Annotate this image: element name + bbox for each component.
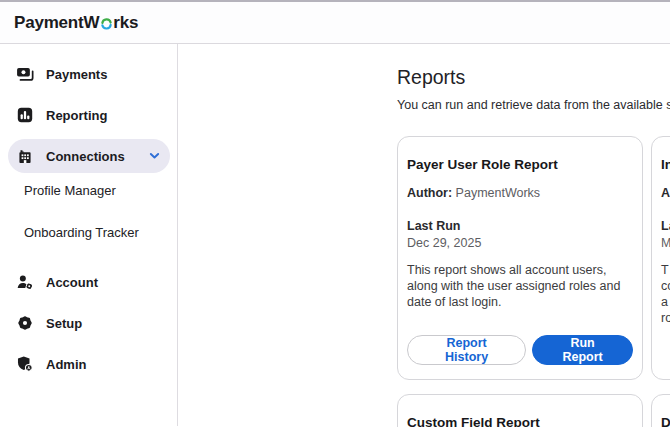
sidebar-item-admin[interactable]: Admin [8,347,170,381]
sidebar-item-connections[interactable]: Connections [8,139,170,173]
report-author-row: A [661,186,670,200]
logo-text-prefix: PaymentW [14,13,99,33]
report-description: This report shows all account users, alo… [407,262,633,310]
sidebar-subitem-label: Profile Manager [24,183,116,198]
report-card-custom-field: Custom Field Report [397,394,643,427]
description-line: T [661,262,670,278]
main-content: Reports You can run and retrieve data fr… [178,44,670,426]
last-run-value: Dec 29, 2025 [407,236,633,250]
admin-icon [16,355,34,373]
report-card-title: Payer User Role Report [407,157,633,172]
page-title: Reports [397,66,670,89]
description-line: co [661,278,670,294]
sidebar-item-account[interactable]: Account [8,265,170,299]
author-label: Author: [407,186,452,200]
run-report-button[interactable]: Run Report [532,335,633,365]
chevron-down-icon[interactable] [149,152,160,160]
author-value: PaymentWorks [456,186,541,200]
description-line: a [661,294,670,310]
account-icon [16,273,34,291]
sidebar-item-onboarding-tracker[interactable]: Onboarding Tracker [0,217,177,247]
report-card-title: Custom Field Report [407,415,633,427]
description-line: ro [661,310,670,326]
last-run-label: La [661,219,670,233]
report-card-title: In [661,157,670,172]
report-card-payer-user-role: Payer User Role Report Author: PaymentWo… [397,136,643,380]
report-card-clipped-bottom-right: D [651,394,670,427]
page-subtitle: You can run and retrieve data from the a… [397,98,670,112]
author-label: A [661,186,670,200]
sidebar-item-reporting[interactable]: Reporting [8,98,170,132]
report-card-clipped-right: In A La M T co a ro [651,136,670,380]
report-card-title: D [661,415,670,427]
reports-row-2: Custom Field Report D [397,394,670,427]
last-run-label: Last Run [407,219,633,233]
sidebar-nav: Payments Reporting [0,44,178,426]
sidebar-item-payments[interactable]: Payments [8,57,170,91]
description-line: This report shows all account users, [407,262,633,278]
sidebar-item-profile-manager[interactable]: Profile Manager [0,175,177,205]
last-run-value: M [661,236,670,250]
reporting-icon [16,106,34,124]
sidebar-item-label: Admin [46,357,86,372]
report-author-row: Author: PaymentWorks [407,186,633,200]
sidebar-item-label: Connections [46,149,125,164]
description-line: along with the user assigned roles and [407,278,633,294]
paymentworks-logo[interactable]: PaymentW rks [14,13,138,33]
app-header: PaymentW rks [0,2,670,44]
sidebar-subitem-label: Onboarding Tracker [24,225,139,240]
connections-icon [16,147,34,165]
setup-icon [16,314,34,332]
payments-icon [16,65,34,83]
sidebar-item-label: Reporting [46,108,107,123]
sidebar-item-label: Account [46,275,98,290]
sidebar-item-label: Setup [46,316,82,331]
report-description: T co a ro [661,262,670,326]
report-card-actions: Report History Run Report [407,335,633,365]
logo-swirl-o-icon [100,15,113,32]
logo-text-suffix: rks [113,13,138,33]
sidebar-item-setup[interactable]: Setup [8,306,170,340]
report-history-button[interactable]: Report History [407,335,526,365]
reports-row-1: Payer User Role Report Author: PaymentWo… [397,136,670,380]
sidebar-item-label: Payments [46,67,107,82]
description-line: date of last login. [407,294,633,310]
